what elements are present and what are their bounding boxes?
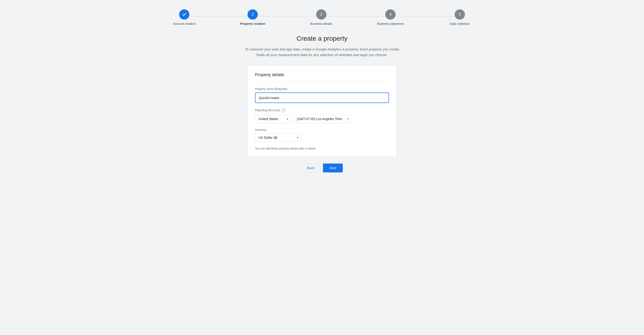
- edit-note: You can edit these property details late…: [255, 147, 389, 150]
- next-button[interactable]: Next: [323, 164, 343, 172]
- step-business-details: 3 Business details: [310, 9, 333, 26]
- country-select[interactable]: United States Canada United Kingdom Aust…: [255, 115, 290, 123]
- step-label-2: Property creation: [240, 22, 266, 26]
- card-title: Property details: [255, 72, 389, 82]
- country-select-wrapper: United States Canada United Kingdom Aust…: [255, 115, 290, 123]
- property-details-card: Property details Property name (Required…: [247, 65, 397, 157]
- step-circle-2: 2: [248, 9, 258, 20]
- step-circle-4: 4: [385, 9, 396, 20]
- page-title: Create a property: [296, 35, 348, 42]
- step-circle-3: 3: [316, 9, 326, 20]
- property-name-input[interactable]: [255, 93, 389, 103]
- page-description: To measure your web and app data, create…: [242, 47, 402, 58]
- back-button[interactable]: Back: [301, 164, 320, 172]
- timezone-group: Reporting time zone ? United States Cana…: [255, 108, 389, 123]
- step-label-3: Business details: [310, 22, 332, 26]
- timezone-select[interactable]: (GMT-07:00) Los Angeles Time (GMT-05:00)…: [293, 115, 351, 123]
- property-name-group: Property name (Required): [255, 87, 389, 103]
- currency-label: Currency: [255, 128, 389, 132]
- step-label-5: Data collection: [450, 22, 470, 26]
- step-business-objectives: 4 Business objectives: [377, 9, 404, 26]
- step-account-creation: Account creation: [172, 9, 196, 26]
- timezone-label: Reporting time zone: [255, 109, 280, 112]
- step-label-4: Business objectives: [377, 22, 404, 26]
- button-row: Back Next: [301, 164, 343, 172]
- step-circle-5: 5: [455, 9, 465, 20]
- step-circle-1: [179, 9, 189, 20]
- main-content: Create a property To measure your web an…: [217, 30, 427, 186]
- step-data-collection: 5 Data collection: [448, 9, 472, 26]
- stepper: Account creation 2 Property creation 3 B…: [158, 0, 486, 30]
- timezone-label-row: Reporting time zone ?: [255, 108, 389, 112]
- timezone-help-icon[interactable]: ?: [281, 108, 286, 112]
- property-name-label: Property name (Required): [255, 87, 389, 91]
- currency-group: Currency US Dollar ($) Euro (€) British …: [255, 128, 389, 142]
- timezone-selects-row: United States Canada United Kingdom Aust…: [255, 115, 389, 123]
- step-property-creation: 2 Property creation: [240, 9, 266, 26]
- currency-select[interactable]: US Dollar ($) Euro (€) British Pound (£)…: [255, 133, 301, 142]
- step-label-1: Account creation: [173, 22, 196, 26]
- currency-select-wrapper: US Dollar ($) Euro (€) British Pound (£)…: [255, 133, 301, 142]
- timezone-select-wrapper: (GMT-07:00) Los Angeles Time (GMT-05:00)…: [293, 115, 351, 123]
